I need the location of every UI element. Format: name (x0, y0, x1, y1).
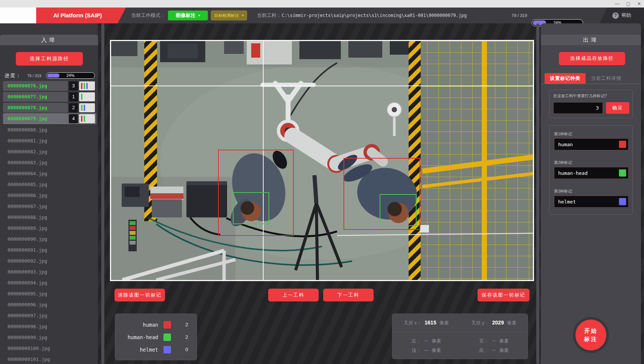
legend-row-human: human 2 (115, 321, 197, 329)
output-port-sidebar: 出埠 选择成品存放路径 设置标记种类 当前工料详情 在这套工料中需要打几种标记?… (541, 23, 641, 364)
file-name: 0000000096.jpg (3, 302, 47, 307)
label-2-color-swatch[interactable] (619, 169, 626, 177)
save-all-marks-button[interactable]: 保存该图一切标记 (478, 289, 530, 301)
file-name: 0000000085.jpg (3, 182, 47, 187)
start-annotation-button[interactable]: 开始 标注 (575, 320, 606, 350)
close-icon[interactable]: ✕ (637, 0, 641, 8)
previous-workpiece-button[interactable]: 上一工料 (268, 289, 319, 301)
file-list[interactable]: 0000000076.jpg30000000077.jpg10000000078… (3, 81, 96, 364)
file-name: 0000000081.jpg (3, 138, 47, 144)
left-divider-scrollbar[interactable] (101, 23, 104, 364)
label-1-color-swatch[interactable] (619, 141, 626, 148)
maximize-icon[interactable]: ▢ (626, 0, 630, 8)
file-annotation-count-badge: 3 (69, 81, 78, 90)
file-name: 00000000100.jpg (3, 346, 50, 351)
label-legend-panel: human 2 human-head 2 helmet 0 (115, 314, 197, 360)
clear-all-marks-button[interactable]: 清除该图一切标记 (114, 289, 165, 301)
minimize-icon[interactable]: — (615, 0, 620, 8)
file-list-item[interactable]: 0000000085.jpg (3, 179, 96, 189)
file-list-item[interactable]: 0000000083.jpg (3, 158, 96, 167)
help-label: 帮助 (621, 12, 631, 19)
start-button-line2: 标注 (584, 336, 598, 342)
file-name: 0000000083.jpg (3, 160, 47, 165)
legend-color-swatch[interactable] (163, 321, 171, 329)
unit-label: 像素 (499, 338, 508, 344)
label-1-input[interactable] (554, 138, 629, 150)
file-list-item[interactable]: 0000000099.jpg (3, 332, 96, 342)
label-1-title: 第1种标记 (554, 132, 572, 137)
file-name: 0000000095.jpg (3, 291, 47, 297)
file-list-item[interactable]: 00000000101.jpg (3, 354, 96, 364)
annotation-box-human-head[interactable] (233, 192, 269, 225)
app-title: AI Platform (SAIP) (36, 8, 126, 23)
file-list-item[interactable]: 0000000087.jpg (3, 201, 96, 211)
select-output-path-button[interactable]: 选择成品存放路径 (559, 52, 625, 65)
cross-y-label: 叉丝 y： (472, 320, 489, 326)
next-workpiece-button[interactable]: 下一工料 (323, 289, 374, 301)
unit-label: 像素 (499, 347, 508, 354)
file-name: 0000000078.jpg (3, 103, 68, 113)
file-list-item[interactable]: 0000000078.jpg2 (3, 103, 96, 113)
file-name: 0000000094.jpg (3, 280, 47, 286)
unit-label: 像素 (439, 320, 449, 326)
cross-x-value: 1615 (424, 320, 436, 326)
tab-set-label-types[interactable]: 设置标记种类 (545, 73, 586, 84)
legend-color-swatch[interactable] (163, 333, 171, 341)
label-3-input[interactable] (554, 196, 629, 208)
file-list-item[interactable]: 0000000091.jpg (3, 245, 96, 255)
file-list-item[interactable]: 0000000081.jpg (3, 136, 96, 145)
file-list-item[interactable]: 0000000097.jpg (3, 310, 96, 320)
label-3-color-swatch[interactable] (619, 198, 626, 205)
legend-label: helmet (140, 346, 158, 354)
mode-primary-label: 图像标注 (176, 12, 195, 19)
file-list-item[interactable]: 0000000076.jpg3 (3, 81, 96, 91)
file-list-item[interactable]: 0000000096.jpg (3, 300, 96, 309)
file-list-item[interactable]: 00000000100.jpg (3, 343, 96, 353)
file-thumbnail (79, 81, 95, 90)
file-annotation-count-badge: 2 (69, 103, 78, 112)
confirm-button[interactable]: 确定 (606, 102, 629, 114)
file-name: 0000000087.jpg (3, 203, 47, 209)
titlebar: — ▢ ✕ (0, 0, 644, 8)
file-name: 0000000079.jpg (3, 114, 68, 124)
progress-text: 79 / 319 (27, 73, 41, 78)
help-button[interactable]: ? 帮助 (600, 8, 644, 23)
input-port-sidebar: 入埠 选择工料源路径 进度： 79 / 319 24% 0000000076.j… (0, 23, 98, 364)
right-divider-scrollbar[interactable] (536, 23, 539, 364)
file-list-item[interactable]: 0000000082.jpg (3, 147, 96, 156)
file-list-item[interactable]: 0000000098.jpg (3, 321, 96, 331)
annotation-box-human-head[interactable] (380, 194, 416, 226)
file-list-item[interactable]: 0000000094.jpg (3, 278, 96, 288)
file-list-item[interactable]: 0000000080.jpg (3, 125, 96, 135)
annotation-layer (111, 41, 533, 280)
mode-secondary-label: 目标检测标注 (214, 13, 239, 18)
label-3-title: 第3种标记 (554, 189, 572, 194)
label-count-input[interactable] (553, 102, 603, 114)
current-file-label: 当前工料： (257, 8, 281, 23)
file-list-item[interactable]: 0000000086.jpg (3, 190, 96, 200)
file-name: 0000000088.jpg (3, 214, 47, 220)
mode-select-detection-annotation[interactable]: 目标检测标注 ▾ (211, 11, 247, 20)
label-2-field (554, 167, 629, 179)
label-2-input[interactable] (554, 167, 629, 179)
file-list-item[interactable]: 0000000093.jpg (3, 267, 96, 277)
file-list-item[interactable]: 0000000095.jpg (3, 289, 96, 298)
file-name: 00000000101.jpg (3, 356, 50, 362)
file-list-item[interactable]: 0000000079.jpg4 (3, 114, 96, 124)
box-left-label: 左： (412, 338, 421, 344)
legend-color-swatch[interactable] (163, 346, 171, 353)
file-list-item[interactable]: 0000000084.jpg (3, 168, 96, 178)
file-name: 0000000080.jpg (3, 127, 47, 133)
output-port-title: 出埠 (541, 35, 641, 45)
file-list-item[interactable]: 0000000090.jpg (3, 234, 96, 244)
image-viewer[interactable] (110, 40, 534, 281)
crosshair-horizontal-line (111, 86, 533, 86)
file-name: 0000000091.jpg (3, 247, 47, 253)
tab-current-workpiece-details[interactable]: 当前工料详情 (586, 73, 627, 84)
file-list-item[interactable]: 0000000089.jpg (3, 223, 96, 233)
mode-select-image-annotation[interactable]: 图像标注 ▾ (168, 11, 208, 20)
file-list-item[interactable]: 0000000092.jpg (3, 256, 96, 266)
select-source-path-button[interactable]: 选择工料源路径 (16, 52, 83, 66)
file-list-item[interactable]: 0000000088.jpg (3, 212, 96, 222)
file-list-item[interactable]: 0000000077.jpg1 (3, 92, 96, 102)
